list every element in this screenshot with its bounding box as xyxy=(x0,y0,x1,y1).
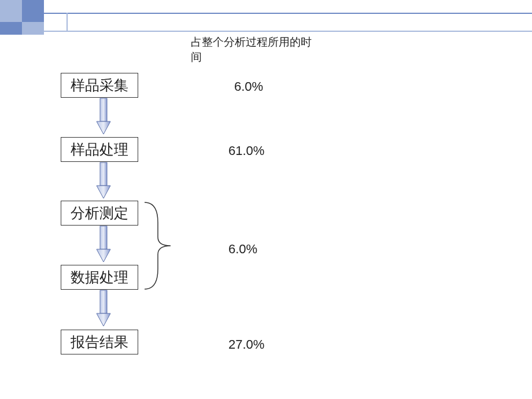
svg-rect-0 xyxy=(100,98,107,121)
arrow-down-icon xyxy=(95,225,112,263)
flow-step-sample-processing: 样品处理 xyxy=(61,137,138,162)
arrow-down-icon xyxy=(95,161,112,200)
arrow-down-icon xyxy=(95,289,112,327)
flow-step-analysis: 分析测定 xyxy=(61,201,138,226)
svg-marker-7 xyxy=(97,313,110,326)
svg-rect-6 xyxy=(100,290,107,313)
brace-icon xyxy=(142,200,176,294)
flow-step-data-processing: 数据处理 xyxy=(61,265,138,290)
svg-marker-5 xyxy=(97,249,110,262)
flow-step-report: 报告结果 xyxy=(61,330,138,354)
column-header-time-pct: 占整个分析过程所用的时间 xyxy=(191,35,312,64)
svg-rect-2 xyxy=(100,162,107,186)
svg-marker-3 xyxy=(97,186,110,198)
arrow-down-icon xyxy=(95,97,112,135)
percentage-value: 27.0% xyxy=(228,337,264,352)
slide-header-decoration xyxy=(0,0,532,35)
svg-rect-4 xyxy=(100,226,107,249)
svg-marker-1 xyxy=(97,121,110,134)
flow-step-sample-collection: 样品采集 xyxy=(61,73,138,98)
percentage-value: 6.0% xyxy=(228,242,257,257)
percentage-value: 6.0% xyxy=(234,79,263,94)
percentage-value: 61.0% xyxy=(228,143,264,158)
